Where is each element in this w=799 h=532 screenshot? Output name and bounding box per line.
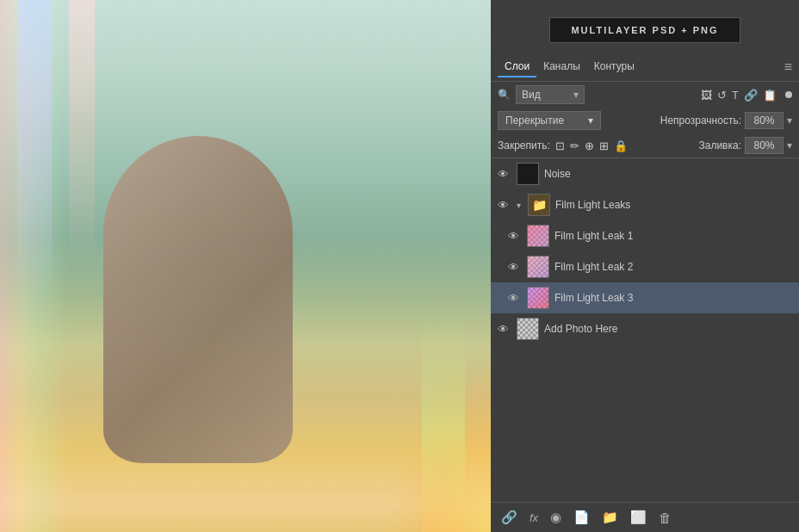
layer-leak2-thumbnail bbox=[527, 256, 549, 278]
bottom-icon-group: 🔗 fx ◉ 📄 📁 ⬜ 🗑 bbox=[501, 510, 672, 525]
panel-header: MULTILAYER PSD + PNG bbox=[491, 0, 799, 53]
layer-group-film-light-leaks[interactable]: 👁 ▾ 📁 Film Light Leaks bbox=[491, 189, 799, 220]
panel-tabs: Слои Каналы Контуры ≡ bbox=[491, 53, 799, 82]
layer-leak1-name: Film Light Leak 1 bbox=[554, 230, 792, 242]
layer-group-name: Film Light Leaks bbox=[555, 199, 792, 211]
opacity-arrow[interactable]: ▾ bbox=[787, 114, 792, 127]
view-dropdown[interactable]: Вид ▾ bbox=[516, 85, 585, 104]
blend-dropdown-chevron: ▾ bbox=[588, 114, 593, 127]
fill-arrow[interactable]: ▾ bbox=[787, 139, 792, 152]
light-leak-top-left bbox=[17, 0, 52, 319]
opacity-value[interactable]: 80% bbox=[745, 112, 784, 129]
delete-layer-icon[interactable]: 🗑 bbox=[659, 510, 672, 525]
photo-preview bbox=[0, 0, 491, 532]
layer-leak1-visibility[interactable]: 👁 bbox=[508, 230, 522, 243]
fx-icon[interactable]: fx bbox=[530, 511, 538, 524]
layer-film-light-leak-2[interactable]: 👁 Film Light Leak 2 bbox=[491, 251, 799, 282]
light-leak-bottom-right bbox=[422, 319, 465, 532]
blend-opacity-toolbar: Перекрытие ▾ Непрозрачность: 80% ▾ bbox=[491, 108, 799, 133]
layer-film-light-leak-3[interactable]: 👁 Film Light Leak 3 bbox=[491, 282, 799, 313]
toolbar1-icons: 🖼 ↺ T 🔗 📋 bbox=[701, 89, 792, 102]
layer-leak3-name: Film Light Leak 3 bbox=[554, 292, 792, 304]
group-collapse-arrow[interactable]: ▾ bbox=[517, 201, 521, 210]
filter-artboard-icon[interactable]: 📋 bbox=[763, 89, 777, 102]
link-layers-icon[interactable]: 🔗 bbox=[501, 510, 517, 525]
lock-move-icon[interactable]: ⊕ bbox=[585, 139, 594, 152]
filter-link-icon[interactable]: 🔗 bbox=[744, 89, 758, 102]
lock-transparent-icon[interactable]: ⊡ bbox=[555, 139, 565, 152]
lock-label: Закрепить: bbox=[498, 139, 550, 152]
layer-film-light-leak-1[interactable]: 👁 Film Light Leak 1 bbox=[491, 220, 799, 251]
light-leak-top-center bbox=[69, 0, 95, 266]
more-indicator bbox=[785, 91, 792, 98]
layer-add-photo-here[interactable]: 👁 Add Photo Here bbox=[491, 313, 799, 344]
view-dropdown-label: Вид bbox=[522, 89, 541, 101]
layer-leak3-thumbnail bbox=[527, 287, 549, 309]
opacity-label: Непрозрачность: bbox=[660, 114, 741, 127]
opacity-control: Непрозрачность: 80% ▾ bbox=[660, 112, 792, 129]
dropdown-chevron: ▾ bbox=[573, 89, 579, 101]
lock-fill-toolbar: Закрепить: ⊡ ✏ ⊕ ⊞ 🔒 Заливка: 80% ▾ bbox=[491, 133, 799, 158]
new-layer-icon[interactable]: ⬜ bbox=[630, 510, 647, 525]
search-icon: 🔍 bbox=[498, 89, 511, 101]
blend-mode-label: Перекрытие bbox=[505, 114, 564, 127]
lock-artboard-icon[interactable]: ⊞ bbox=[599, 139, 609, 152]
blend-mode-dropdown[interactable]: Перекрытие ▾ bbox=[498, 111, 601, 130]
photoshop-panel: MULTILAYER PSD + PNG Слои Каналы Контуры… bbox=[491, 0, 799, 532]
layer-leak2-name: Film Light Leak 2 bbox=[554, 261, 792, 273]
lock-paint-icon[interactable]: ✏ bbox=[570, 139, 579, 152]
fill-control: Заливка: 80% ▾ bbox=[698, 137, 792, 154]
layers-bottom-toolbar: 🔗 fx ◉ 📄 📁 ⬜ 🗑 bbox=[491, 502, 799, 532]
layer-filter-toolbar: 🔍 Вид ▾ 🖼 ↺ T 🔗 📋 bbox=[491, 82, 799, 108]
new-group-icon[interactable]: 📁 bbox=[602, 510, 618, 525]
tab-channels[interactable]: Каналы bbox=[536, 57, 587, 77]
layer-photo-visibility[interactable]: 👁 bbox=[498, 323, 511, 336]
fill-label: Заливка: bbox=[698, 139, 741, 152]
layer-noise[interactable]: 👁 Noise bbox=[491, 158, 799, 189]
lock-all-icon[interactable]: 🔒 bbox=[614, 139, 628, 152]
layer-leak1-thumbnail bbox=[527, 225, 549, 247]
layers-panel: 👁 Noise 👁 ▾ 📁 Film Light Leaks 👁 Film Li… bbox=[491, 158, 799, 502]
layer-noise-name: Noise bbox=[544, 168, 792, 180]
filter-text-icon[interactable]: T bbox=[732, 89, 739, 102]
new-fill-layer-icon[interactable]: ◉ bbox=[550, 510, 561, 525]
panel-menu-icon[interactable]: ≡ bbox=[784, 59, 792, 75]
new-adjustment-layer-icon[interactable]: 📄 bbox=[573, 510, 590, 525]
layer-group-thumbnail: 📁 bbox=[528, 194, 550, 216]
lock-icons: ⊡ ✏ ⊕ ⊞ 🔒 bbox=[555, 139, 628, 152]
layer-photo-thumbnail bbox=[517, 318, 539, 340]
tab-paths[interactable]: Контуры bbox=[587, 57, 641, 77]
filter-adjust-icon[interactable]: ↺ bbox=[717, 89, 727, 102]
layer-noise-visibility[interactable]: 👁 bbox=[498, 168, 511, 181]
layer-leak3-visibility[interactable]: 👁 bbox=[508, 292, 522, 305]
layer-noise-thumbnail bbox=[517, 163, 539, 185]
person-silhouette bbox=[103, 136, 293, 463]
layer-group-visibility[interactable]: 👁 bbox=[498, 199, 511, 212]
multilayer-badge: MULTILAYER PSD + PNG bbox=[549, 17, 740, 43]
layer-leak2-visibility[interactable]: 👁 bbox=[508, 261, 522, 274]
tab-layers[interactable]: Слои bbox=[498, 57, 536, 77]
fill-value[interactable]: 80% bbox=[745, 137, 784, 154]
filter-image-icon[interactable]: 🖼 bbox=[701, 89, 712, 102]
layer-photo-name: Add Photo Here bbox=[544, 323, 792, 335]
